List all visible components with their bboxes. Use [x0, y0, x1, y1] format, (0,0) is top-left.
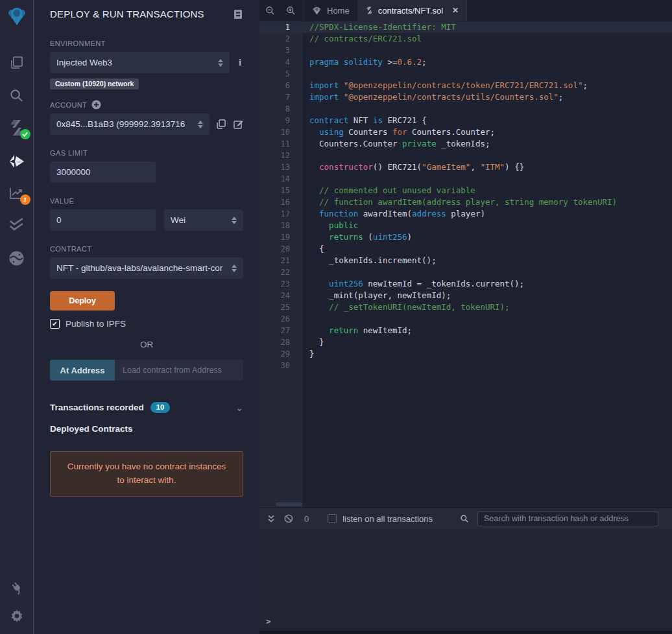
line-number: 12: [259, 150, 302, 161]
environment-value: Injected Web3: [56, 58, 214, 67]
code-line[interactable]: 7import "@openzeppelin/contracts/utils/C…: [259, 91, 672, 103]
code-line[interactable]: 9contract NFT is ERC721 {: [259, 115, 672, 126]
sign-message-icon[interactable]: [234, 119, 243, 129]
file-explorer-icon[interactable]: [8, 54, 26, 72]
line-number: 26: [259, 313, 302, 325]
sourcify-icon[interactable]: [8, 249, 26, 267]
code-lines: 1//SPDX-License-Identifier: MIT2// contr…: [259, 21, 672, 371]
at-address-input[interactable]: [115, 360, 243, 381]
code-line[interactable]: 30: [259, 360, 672, 371]
line-number: 3: [259, 45, 302, 56]
code-line[interactable]: 24 _mint(player, newItemId);: [259, 290, 672, 301]
listen-all-checkbox[interactable]: [328, 514, 337, 523]
select-stepper-icon: [232, 217, 237, 224]
solidity-compiler-icon[interactable]: [8, 119, 26, 137]
pending-tx-count: 0: [304, 514, 309, 524]
expand-terminal-icon[interactable]: [265, 515, 278, 523]
code-line[interactable]: 6import "@openzeppelin/contracts/token/E…: [259, 80, 672, 91]
value-input[interactable]: [50, 209, 156, 231]
value-label: VALUE: [50, 197, 243, 205]
terminal-prompt: >: [266, 616, 271, 626]
line-number: 8: [259, 103, 302, 115]
code-line[interactable]: 27 return newItemId;: [259, 325, 672, 336]
code-line[interactable]: 29}: [259, 348, 672, 360]
code-line[interactable]: 21 _tokenIds.increment();: [259, 255, 672, 266]
code-line[interactable]: 2// contracts/ERC721.sol: [259, 33, 672, 45]
line-number: 30: [259, 360, 302, 371]
line-number: 27: [259, 325, 302, 336]
remix-logo[interactable]: [5, 4, 29, 29]
select-stepper-icon: [232, 264, 237, 272]
value-unit-select[interactable]: Wei: [164, 209, 243, 231]
zoom-out-icon[interactable]: [265, 6, 275, 16]
code-editor[interactable]: 1//SPDX-License-Identifier: MIT2// contr…: [259, 21, 672, 508]
horizontal-scrollbar[interactable]: [276, 502, 302, 506]
window-edge: [259, 631, 672, 634]
plugin-manager-icon[interactable]: [8, 578, 26, 596]
publish-ipfs-label: Publish to IPFS: [66, 319, 126, 329]
line-number: 25: [259, 301, 302, 313]
publish-ipfs-checkbox[interactable]: ✔: [50, 319, 60, 329]
account-label: ACCOUNT: [50, 101, 87, 109]
zoom-in-icon[interactable]: [286, 6, 296, 16]
code-line[interactable]: 15 // commented out unused variable: [259, 185, 672, 196]
tab-nft-sol[interactable]: contracts/NFT.sol ✕: [357, 0, 467, 21]
close-tab-icon[interactable]: ✕: [452, 6, 459, 15]
account-select[interactable]: 0x845...B1aB3 (999992.3913716: [50, 113, 210, 135]
code-line[interactable]: 22: [259, 266, 672, 278]
code-line[interactable]: 12: [259, 150, 672, 161]
code-line[interactable]: 19 returns (uint256): [259, 231, 672, 243]
code-line[interactable]: 1//SPDX-License-Identifier: MIT: [259, 21, 672, 33]
tab-home[interactable]: Home: [304, 0, 357, 21]
line-number: 18: [259, 220, 302, 231]
chevron-down-icon[interactable]: ⌄: [235, 403, 243, 412]
copy-account-icon[interactable]: [217, 119, 226, 129]
listen-all-label: listen on all transactions: [342, 514, 433, 524]
code-line[interactable]: 23 uint256 newItemId = _tokenIds.current…: [259, 278, 672, 290]
documentation-icon[interactable]: [234, 9, 243, 19]
code-line[interactable]: 5: [259, 68, 672, 80]
no-instances-alert: Currently you have no contract instances…: [50, 451, 243, 497]
or-divider: OR: [50, 340, 243, 349]
at-address-button[interactable]: At Address: [50, 360, 115, 381]
code-line[interactable]: 16 // function awardItem(address player,…: [259, 196, 672, 208]
contract-value: NFT - github/ava-labs/avalanche-smart-co…: [56, 263, 237, 273]
code-line[interactable]: 17 function awardItem(address player): [259, 208, 672, 220]
gas-limit-input[interactable]: [50, 161, 156, 183]
code-line[interactable]: 18 public: [259, 220, 672, 231]
create-account-icon[interactable]: [91, 100, 101, 110]
solidity-file-icon: [366, 6, 373, 15]
environment-info-icon[interactable]: i: [239, 57, 241, 68]
line-number: 4: [259, 56, 302, 68]
code-line[interactable]: 13 constructor() ERC721("GameItem", "ITM…: [259, 161, 672, 173]
search-icon[interactable]: [8, 86, 26, 104]
gas-limit-label: GAS LIMIT: [50, 149, 243, 157]
settings-gear-icon[interactable]: [8, 607, 26, 625]
code-line[interactable]: 26: [259, 313, 672, 325]
deploy-run-icon[interactable]: [8, 152, 26, 170]
code-line[interactable]: 8: [259, 103, 672, 115]
terminal-toolbar: 0 listen on all transactions: [259, 508, 672, 529]
code-line[interactable]: 20 {: [259, 243, 672, 255]
code-line[interactable]: 10 using Counters for Counters.Counter;: [259, 126, 672, 138]
code-line[interactable]: 3: [259, 45, 672, 56]
terminal-search-input[interactable]: [477, 511, 658, 526]
code-line[interactable]: 4pragma solidity >=0.6.2;: [259, 56, 672, 68]
terminal-search-icon: [460, 514, 469, 523]
line-number: 9: [259, 115, 302, 126]
terminal-output[interactable]: >: [259, 529, 672, 634]
contract-select[interactable]: NFT - github/ava-labs/avalanche-smart-co…: [50, 257, 243, 279]
code-line[interactable]: 14: [259, 173, 672, 185]
deploy-button[interactable]: Deploy: [50, 291, 115, 311]
line-number: 15: [259, 185, 302, 196]
clear-console-icon[interactable]: [282, 514, 295, 523]
unit-testing-icon[interactable]: [8, 215, 26, 233]
line-number: 1: [259, 21, 302, 33]
code-line[interactable]: 25 // _setTokenURI(newItemId, tokenURI);: [259, 301, 672, 313]
environment-select[interactable]: Injected Web3: [50, 52, 230, 73]
deploy-run-panel: DEPLOY & RUN TRANSACTIONS ENVIRONMENT In…: [34, 0, 259, 634]
static-analysis-icon[interactable]: 1: [8, 184, 26, 202]
code-line[interactable]: 11 Counters.Counter private _tokenIds;: [259, 138, 672, 150]
code-line[interactable]: 28 }: [259, 336, 672, 348]
editor-tabbar: Home contracts/NFT.sol ✕: [259, 0, 672, 21]
